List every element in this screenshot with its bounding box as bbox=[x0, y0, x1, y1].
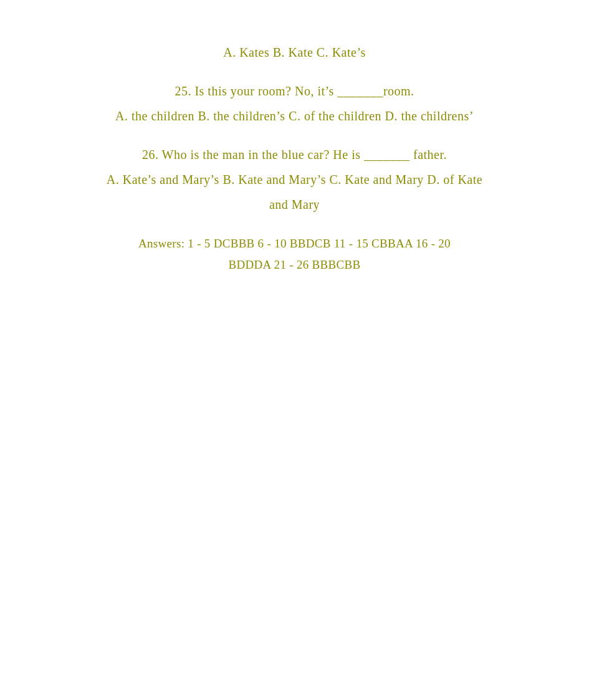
question-25: 25. Is this your room? No, it’s _______r… bbox=[50, 81, 539, 126]
q26-text: 26. Who is the man in the blue car? He i… bbox=[50, 145, 539, 165]
answers-section: Answers: 1 - 5 DCBBB 6 - 10 BBDCB 11 - 1… bbox=[50, 233, 539, 276]
question-24-options: A. Kates B. Kate C. Kate’s bbox=[50, 42, 539, 62]
q25-text: 25. Is this your room? No, it’s _______r… bbox=[50, 81, 539, 101]
question-26: 26. Who is the man in the blue car? He i… bbox=[50, 145, 539, 214]
q26-options-line1: A. Kate’s and Mary’s B. Kate and Mary’s … bbox=[50, 170, 539, 189]
q26-options-line2: and Mary bbox=[50, 194, 539, 214]
answers-line2: BDDDA 21 - 26 BBBCBB bbox=[50, 254, 539, 276]
q24-options-text: A. Kates B. Kate C. Kate’s bbox=[50, 42, 539, 62]
page: A. Kates B. Kate C. Kate’s 25. Is this y… bbox=[0, 0, 589, 700]
q25-options: A. the children B. the children’s C. of … bbox=[50, 106, 539, 126]
answers-line1: Answers: 1 - 5 DCBBB 6 - 10 BBDCB 11 - 1… bbox=[50, 233, 539, 254]
